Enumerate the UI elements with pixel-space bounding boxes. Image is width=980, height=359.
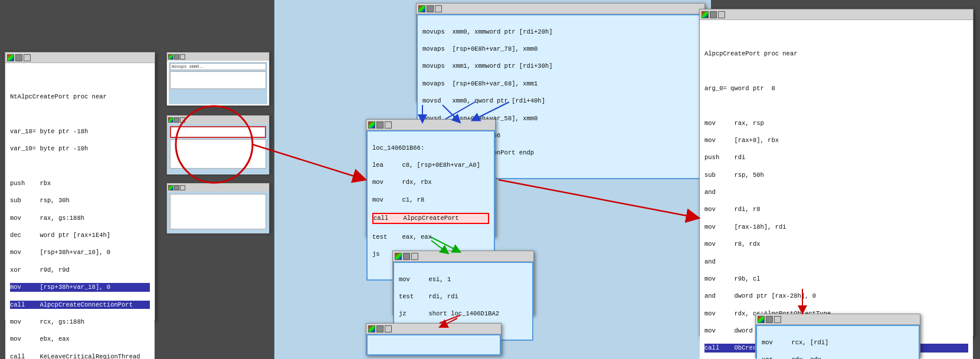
code-line: xor r9d, r9d xyxy=(10,266,150,275)
doc-icon-tc xyxy=(435,5,442,12)
flow-canvas: movups xmm0, xmmword ptr [rdi+20h] movap… xyxy=(274,0,711,359)
code-line: movups xmm0, xmmword ptr [rdi+20h] xyxy=(422,28,699,37)
code-line: mov [rax-18h], rdi xyxy=(704,223,968,232)
code-line: call AlpcpCreatePort xyxy=(372,213,489,224)
code-line: movups xmm1, xmmword ptr [rdi+30h] xyxy=(422,62,699,71)
lower-mid-window: mov esi, 1 test rdi, rdi jz short loc_14… xyxy=(392,251,534,315)
code-line xyxy=(10,110,150,118)
code-line: mov ebx, eax xyxy=(10,335,150,344)
mini-tb-icon6 xyxy=(180,117,185,123)
code-line: mov rdi, r8 xyxy=(704,205,968,214)
code-line: sub rsp, 30h xyxy=(10,196,150,205)
grid-icon xyxy=(15,54,22,61)
right-code-content: AlpcpCreatePort proc near arg_0= qword p… xyxy=(700,20,973,359)
color-icon-r xyxy=(702,11,709,18)
code-line: call KeLeaveCriticalRegionThread xyxy=(10,353,150,359)
doc-icon xyxy=(24,54,31,61)
grid-icon-lm xyxy=(403,253,410,260)
titlebar-right xyxy=(700,9,973,20)
code-line xyxy=(10,75,150,84)
titlebar-top-center xyxy=(417,4,704,14)
mini-window-2 xyxy=(166,115,270,174)
code-line: NtAlpcCreatePort proc near xyxy=(10,93,150,101)
code-line: and dword ptr [rax-28h], 0 xyxy=(704,292,968,301)
code-line: mov r8, rdx xyxy=(704,240,968,249)
doc-icon-r xyxy=(718,11,725,18)
mini-tb-icon1 xyxy=(168,54,173,60)
code-line: movaps [rsp+0E8h+var_78], xmm0 xyxy=(422,45,699,54)
titlebar-left xyxy=(5,52,155,63)
doc-icon-mc xyxy=(385,121,392,129)
code-line: sub rsp, 50h xyxy=(704,171,968,180)
code-line-selected: mov [rsp+38h+var_18], 0 xyxy=(10,283,150,292)
code-line: xor edx, edx xyxy=(762,355,914,359)
mini-tb-icon2 xyxy=(174,54,179,60)
code-line xyxy=(10,162,150,171)
code-line: mov r9b, cl xyxy=(704,275,968,284)
mini-window-2-content xyxy=(167,124,269,174)
mini-tb-icon5 xyxy=(174,117,179,123)
code-line: and xyxy=(704,258,968,266)
mini-tb-icon3 xyxy=(180,54,185,60)
doc-icon-lm xyxy=(411,253,418,260)
code-line: movaps [rsp+0E8h+var_68], xmm1 xyxy=(422,80,699,88)
mini-tb-icon9 xyxy=(180,185,185,190)
code-line: push rdi xyxy=(704,153,968,162)
code-line: test eax, eax xyxy=(372,233,489,242)
color-icon-lm xyxy=(395,253,402,260)
code-line: dec word ptr [rax+1E4h] xyxy=(10,231,150,240)
titlebar-bottom-right xyxy=(756,314,920,325)
code-line: jz short loc_1406D1BA2 xyxy=(399,309,527,318)
code-line: mov rax, gs:188h xyxy=(10,214,150,223)
grid-icon-r xyxy=(710,11,717,18)
mini-window-1-content: movups xmm0.. xyxy=(167,61,269,106)
code-line: arg_0= qword ptr 8 xyxy=(704,84,968,93)
doc-icon-br xyxy=(774,316,781,323)
titlebar-bottom-center xyxy=(366,324,501,334)
code-line: movsd xmm0, qword ptr [rdi+40h] xyxy=(422,97,699,106)
code-line: mov rcx, gs:188h xyxy=(10,318,150,327)
color-icon-bc xyxy=(368,325,375,332)
right-main-window: AlpcpCreatePort proc near arg_0= qword p… xyxy=(699,9,974,336)
color-icon xyxy=(7,54,14,61)
code-line: mov [rax+8], rbx xyxy=(704,136,968,145)
color-icon-br xyxy=(758,316,765,323)
grid-icon-br xyxy=(766,316,773,323)
left-main-window: NtAlpcCreatePort proc near var_18= byte … xyxy=(5,52,155,320)
color-icon-mc xyxy=(368,121,375,129)
code-line: loc_1406D1B66: xyxy=(372,144,489,153)
bottom-right-code: mov rcx, [rdi] xor edx, edx xyxy=(756,325,920,359)
bottom-center-window xyxy=(366,323,502,355)
code-line-call: call AlpcpCreateConnectionPort xyxy=(10,301,150,309)
code-line: lea c8, [rsp+0E8h+var_A0] xyxy=(372,161,489,170)
code-line: mov esi, 1 xyxy=(399,275,527,284)
code-line xyxy=(704,101,968,110)
mini-window-3 xyxy=(166,183,270,233)
code-line: mov rcx, [rdi] xyxy=(762,338,914,347)
top-center-window: movups xmm0, xmmword ptr [rdi+20h] movap… xyxy=(416,3,705,102)
bottom-center-code xyxy=(366,334,501,355)
code-line: mov rdx, rbx xyxy=(372,178,489,187)
code-line: and xyxy=(704,188,968,197)
code-line xyxy=(704,67,968,75)
grid-icon-mc xyxy=(376,121,384,129)
left-code-content: NtAlpcCreatePort proc near var_18= byte … xyxy=(5,63,155,359)
code-line: mov [rsp+38h+var_10], 0 xyxy=(10,248,150,257)
doc-icon-bc xyxy=(385,325,392,332)
code-line: var_10= byte ptr -10h xyxy=(10,144,150,153)
code-line: mov rax, rsp xyxy=(704,119,968,128)
mid-center-window: loc_1406D1B66: lea c8, [rsp+0E8h+var_A0]… xyxy=(366,119,496,237)
titlebar-mid-center xyxy=(366,120,495,130)
code-line: AlpcpCreatePort proc near xyxy=(704,50,968,58)
code-line: test rdi, rdi xyxy=(399,292,527,301)
titlebar-lower-mid xyxy=(393,251,533,262)
mini-tb-icon4 xyxy=(168,117,173,123)
code-line: mov c1, r8 xyxy=(372,196,489,205)
mini-tb-icon7 xyxy=(168,185,173,190)
code-line xyxy=(704,32,968,41)
mini-window-1: movups xmm0.. xyxy=(166,52,270,105)
code-line: push rbx xyxy=(10,179,150,188)
mini-tb-icon8 xyxy=(174,185,179,190)
mini-window-3-content xyxy=(167,192,269,233)
color-icon-tc xyxy=(418,5,425,12)
